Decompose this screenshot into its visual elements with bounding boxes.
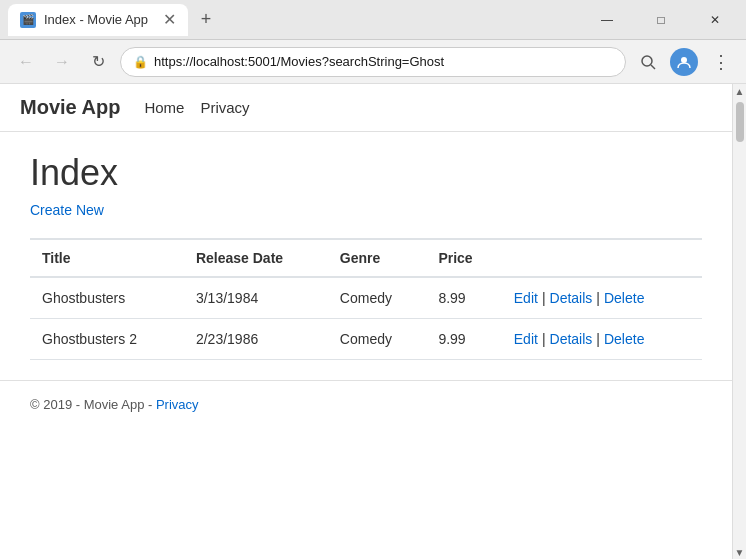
cell-price: 8.99	[426, 277, 501, 319]
back-button[interactable]: ←	[12, 48, 40, 76]
col-price: Price	[426, 239, 501, 277]
col-title: Title	[30, 239, 184, 277]
minimize-button[interactable]: —	[584, 4, 630, 36]
app-navbar: Movie App Home Privacy	[0, 84, 732, 132]
cell-release-date: 2/23/1986	[184, 319, 328, 360]
details-link[interactable]: Details	[550, 331, 593, 347]
tab-favicon	[20, 12, 36, 28]
col-actions	[502, 239, 702, 277]
cell-title: Ghostbusters 2	[30, 319, 184, 360]
main-content: Index Create New Title Release Date Genr…	[0, 132, 732, 380]
footer-text: © 2019 - Movie App -	[30, 397, 156, 412]
scrollbar[interactable]: ▲ ▼	[732, 84, 746, 559]
new-tab-button[interactable]: +	[192, 6, 220, 34]
movies-table: Title Release Date Genre Price Ghostbust…	[30, 238, 702, 360]
delete-link[interactable]: Delete	[604, 331, 644, 347]
forward-button[interactable]: →	[48, 48, 76, 76]
col-genre: Genre	[328, 239, 427, 277]
table-row: Ghostbusters 2 2/23/1986 Comedy 9.99 Edi…	[30, 319, 702, 360]
table-header-row: Title Release Date Genre Price	[30, 239, 702, 277]
browser-tab[interactable]: Index - Movie App ✕	[8, 4, 188, 36]
edit-link[interactable]: Edit	[514, 290, 538, 306]
url-text: https://localhost:5001/Movies?searchStri…	[154, 54, 613, 69]
lock-icon: 🔒	[133, 55, 148, 69]
nav-links: Home Privacy	[144, 99, 249, 116]
cell-price: 9.99	[426, 319, 501, 360]
create-new-link[interactable]: Create New	[30, 202, 104, 218]
action-sep-2: |	[596, 290, 600, 306]
nav-link-privacy[interactable]: Privacy	[200, 99, 249, 116]
address-bar: ← → ↻ 🔒 https://localhost:5001/Movies?se…	[0, 40, 746, 84]
col-release-date: Release Date	[184, 239, 328, 277]
scrollbar-thumb[interactable]	[736, 102, 744, 142]
close-button[interactable]: ✕	[692, 4, 738, 36]
svg-point-2	[681, 57, 687, 63]
page-title: Index	[30, 152, 702, 194]
profile-button[interactable]	[670, 48, 698, 76]
browser-menu-button[interactable]: ⋮	[706, 48, 734, 76]
scroll-area[interactable]: Movie App Home Privacy Index Create New …	[0, 84, 732, 559]
cell-actions: Edit | Details | Delete	[502, 319, 702, 360]
cell-genre: Comedy	[328, 277, 427, 319]
action-sep-2: |	[596, 331, 600, 347]
cell-genre: Comedy	[328, 319, 427, 360]
table-row: Ghostbusters 3/13/1984 Comedy 8.99 Edit …	[30, 277, 702, 319]
title-bar: Index - Movie App ✕ + — □ ✕	[0, 0, 746, 40]
reload-button[interactable]: ↻	[84, 48, 112, 76]
details-link[interactable]: Details	[550, 290, 593, 306]
tab-title: Index - Movie App	[44, 12, 148, 27]
scrollbar-down-arrow[interactable]: ▼	[733, 545, 746, 559]
footer-privacy-link[interactable]: Privacy	[156, 397, 199, 412]
delete-link[interactable]: Delete	[604, 290, 644, 306]
page-footer: © 2019 - Movie App - Privacy	[0, 380, 732, 428]
cell-release-date: 3/13/1984	[184, 277, 328, 319]
search-button[interactable]	[634, 48, 662, 76]
cell-title: Ghostbusters	[30, 277, 184, 319]
cell-actions: Edit | Details | Delete	[502, 277, 702, 319]
action-sep-1: |	[542, 290, 546, 306]
browser-frame: Index - Movie App ✕ + — □ ✕ ← → ↻ 🔒 http…	[0, 0, 746, 559]
svg-point-0	[642, 56, 652, 66]
scrollbar-up-arrow[interactable]: ▲	[733, 84, 746, 98]
maximize-button[interactable]: □	[638, 4, 684, 36]
svg-line-1	[651, 65, 655, 69]
window-controls: — □ ✕	[584, 4, 738, 36]
app-brand: Movie App	[20, 96, 120, 119]
tab-close-button[interactable]: ✕	[163, 12, 176, 28]
nav-link-home[interactable]: Home	[144, 99, 184, 116]
page-content: Movie App Home Privacy Index Create New …	[0, 84, 746, 559]
action-sep-1: |	[542, 331, 546, 347]
edit-link[interactable]: Edit	[514, 331, 538, 347]
url-bar[interactable]: 🔒 https://localhost:5001/Movies?searchSt…	[120, 47, 626, 77]
